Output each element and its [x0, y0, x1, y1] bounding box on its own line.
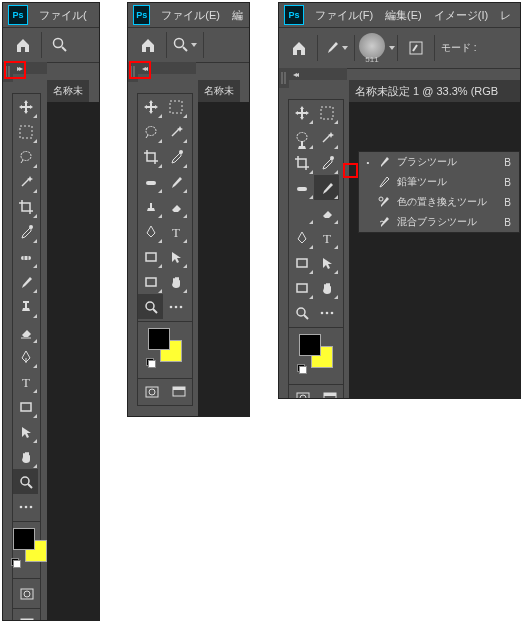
healing-brush-tool[interactable]: [138, 169, 163, 194]
crop-tool[interactable]: [13, 194, 38, 219]
brush-tool[interactable]: [13, 269, 38, 294]
foreground-color[interactable]: [13, 528, 35, 550]
type-tool[interactable]: T: [163, 219, 188, 244]
menu-file[interactable]: ファイル(E): [155, 8, 226, 23]
marquee-tool[interactable]: [314, 100, 339, 125]
home-icon[interactable]: [9, 31, 37, 59]
panel-tab-handle[interactable]: [128, 62, 138, 82]
flyout-label: ブラシツール: [397, 155, 457, 169]
eyedropper-tool[interactable]: [163, 144, 188, 169]
foreground-color[interactable]: [148, 328, 170, 350]
flyout-item-color-replace[interactable]: 色の置き換えツール B: [359, 192, 519, 212]
pen-tool[interactable]: [289, 225, 314, 250]
svg-point-54: [297, 308, 305, 316]
hand-tool[interactable]: [314, 275, 339, 300]
eyedropper-tool[interactable]: [13, 219, 38, 244]
menubar: Ps ファイル(F) 編集(E) イメージ(I) レ: [279, 3, 520, 28]
chevron-down-icon[interactable]: [389, 46, 395, 50]
healing-brush-tool[interactable]: [13, 244, 38, 269]
brush-preview[interactable]: 511: [359, 33, 385, 64]
magic-wand-tool[interactable]: [314, 125, 339, 150]
default-colors-icon[interactable]: [297, 364, 307, 374]
marquee-tool[interactable]: [163, 94, 188, 119]
quickmask-icon[interactable]: [14, 581, 39, 606]
menu-edit[interactable]: 編集(E): [379, 8, 428, 23]
panel-tab-handle[interactable]: [279, 68, 289, 88]
zoom-tool[interactable]: [289, 300, 314, 325]
toolbox-collapse-arrows[interactable]: ◂◂: [138, 62, 196, 74]
color-swatch[interactable]: [299, 334, 333, 368]
path-select-tool[interactable]: [314, 250, 339, 275]
screenmode-icon[interactable]: [14, 611, 39, 621]
options-bar: [3, 28, 99, 63]
type-tool[interactable]: T: [13, 369, 38, 394]
toolbox-expand-arrows[interactable]: ▸▸: [13, 62, 47, 74]
svg-line-5: [22, 179, 29, 186]
move-tool[interactable]: [138, 94, 163, 119]
eraser-tool[interactable]: [314, 200, 339, 225]
zoom-tool[interactable]: [138, 294, 163, 319]
color-swatch[interactable]: [148, 328, 182, 362]
screenmode-icon[interactable]: [172, 385, 186, 401]
menu-layer[interactable]: レ: [494, 8, 517, 23]
hand-tool[interactable]: [13, 444, 38, 469]
home-icon[interactable]: [134, 31, 162, 59]
artboard-tool[interactable]: [289, 275, 314, 300]
rectangle-tool[interactable]: [13, 394, 38, 419]
more-tools[interactable]: [163, 294, 188, 319]
quickmask-icon[interactable]: [145, 385, 159, 401]
svg-text:T: T: [323, 231, 331, 246]
clone-stamp-tool[interactable]: [13, 294, 38, 319]
eraser-tool[interactable]: [163, 194, 188, 219]
foreground-color[interactable]: [299, 334, 321, 356]
clone-stamp-tool[interactable]: [138, 194, 163, 219]
zoom-tool[interactable]: [13, 469, 38, 494]
color-swatch[interactable]: [13, 528, 47, 562]
pen-tool[interactable]: [138, 219, 163, 244]
path-select-tool[interactable]: [13, 419, 38, 444]
svg-point-56: [320, 311, 323, 314]
toolbox-double: T: [288, 99, 344, 399]
menu-file[interactable]: ファイル(F): [309, 8, 379, 23]
tool-preset-brush-icon[interactable]: [322, 34, 350, 62]
artboard-tool[interactable]: [138, 269, 163, 294]
magic-wand-tool[interactable]: [163, 119, 188, 144]
default-colors-icon[interactable]: [146, 358, 156, 368]
more-tools[interactable]: [314, 300, 339, 325]
hand-tool[interactable]: [163, 269, 188, 294]
rectangle-tool[interactable]: [138, 244, 163, 269]
lasso-tool[interactable]: [13, 144, 38, 169]
pen-tool[interactable]: [13, 344, 38, 369]
menu-edit[interactable]: 編: [226, 8, 249, 23]
marquee-tool[interactable]: [13, 119, 38, 144]
more-tools[interactable]: [13, 494, 38, 519]
move-tool[interactable]: [289, 100, 314, 125]
quickmask-icon[interactable]: [296, 391, 310, 399]
eyedropper-tool[interactable]: [314, 150, 339, 175]
flyout-item-mixer-brush[interactable]: 混合ブラシツール B: [359, 212, 519, 232]
eraser-tool[interactable]: [13, 319, 38, 344]
zoom-icon[interactable]: [171, 31, 199, 59]
zoom-icon[interactable]: [46, 31, 74, 59]
home-icon[interactable]: [285, 34, 313, 62]
clone-stamp-tool[interactable]: [289, 200, 314, 225]
move-tool[interactable]: [13, 94, 38, 119]
brush-panel-icon[interactable]: [402, 34, 430, 62]
flyout-item-brush[interactable]: • ブラシツール B: [359, 152, 519, 172]
type-tool[interactable]: T: [314, 225, 339, 250]
path-select-tool[interactable]: [163, 244, 188, 269]
crop-tool[interactable]: [138, 144, 163, 169]
toolbox-collapse-arrows[interactable]: ◂◂: [289, 68, 347, 80]
menu-file[interactable]: ファイル(: [33, 8, 93, 23]
canvas-area: [47, 102, 99, 620]
brush-tool[interactable]: [314, 175, 339, 200]
panel-tab-handle[interactable]: [3, 62, 13, 82]
default-colors-icon[interactable]: [11, 558, 21, 568]
flyout-item-pencil[interactable]: 鉛筆ツール B: [359, 172, 519, 192]
menu-image[interactable]: イメージ(I): [428, 8, 494, 23]
brush-tool[interactable]: [163, 169, 188, 194]
lasso-tool[interactable]: [138, 119, 163, 144]
magic-wand-tool[interactable]: [13, 169, 38, 194]
rectangle-tool[interactable]: [289, 250, 314, 275]
screenmode-icon[interactable]: [323, 391, 337, 399]
